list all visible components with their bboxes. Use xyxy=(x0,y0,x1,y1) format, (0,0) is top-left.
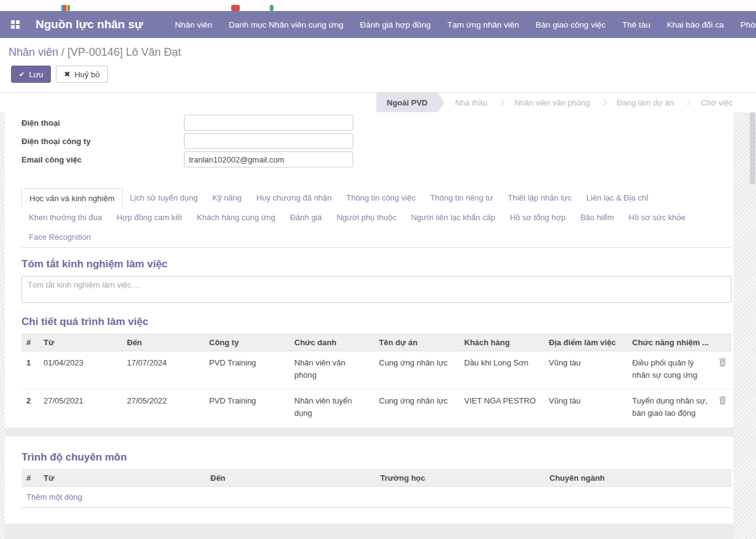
cell-to[interactable]: 17/07/2024 xyxy=(122,351,204,389)
apps-grid-icon[interactable] xyxy=(11,20,20,29)
cell-location[interactable]: Vũng tàu xyxy=(544,351,627,389)
menu-item-ban-giao-cong-viec[interactable]: Bàn giao công việc xyxy=(536,20,606,29)
app-title[interactable]: Nguồn lực nhân sự xyxy=(36,18,143,31)
cell-company[interactable]: PVD Training xyxy=(204,351,289,389)
sheet-divider xyxy=(5,524,733,539)
col-header-project: Tên dự án xyxy=(374,334,459,351)
col-header-to: Đến xyxy=(122,334,204,351)
table-row[interactable]: 2 27/05/2021 27/05/2022 PVD Training Nhâ… xyxy=(21,389,731,427)
cell-index: 1 xyxy=(21,351,39,389)
tab-danh-gia[interactable]: Đánh giá xyxy=(283,208,329,227)
col-header-customer: Khách hàng xyxy=(459,334,544,351)
chevron-right-icon xyxy=(684,99,690,105)
experience-summary-textarea[interactable] xyxy=(21,276,731,303)
cell-job-title[interactable]: Nhân viên tuyển dụng xyxy=(289,389,374,427)
cell-company[interactable]: PVD Training xyxy=(204,389,289,427)
tab-khach-hang-cung-ung[interactable]: Khách hàng cung ứng xyxy=(189,208,283,227)
cell-index: 2 xyxy=(21,389,39,427)
tab-hop-dong-cam-ket[interactable]: Hợp đồng cam kết xyxy=(109,208,189,227)
browser-tab-favicon xyxy=(61,5,70,11)
tab-nguoi-phu-thuoc[interactable]: Người phụ thuộc xyxy=(329,208,403,227)
cell-project[interactable]: Cung ứng nhân lực xyxy=(374,351,459,389)
cell-duty[interactable]: Điều phối quản lý nhân sự cung ứng xyxy=(627,351,713,389)
qualifications-table: # Từ Đến Trường học Chuyên ngành xyxy=(21,469,731,487)
status-step-cho-viec[interactable]: Chờ việc xyxy=(690,93,743,112)
cell-to[interactable]: 27/05/2022 xyxy=(122,389,204,427)
cell-job-title[interactable]: Nhân viên văn phòng xyxy=(289,351,374,389)
add-row-link-qualifications[interactable]: Thêm một dòng xyxy=(21,487,731,508)
cell-duty[interactable]: Tuyển dụng nhân sự, bàn giao lao động xyxy=(627,389,713,427)
trash-icon[interactable] xyxy=(713,389,731,427)
work-history-section-title: Chi tiết quá trình làm việc xyxy=(21,316,731,328)
breadcrumb-separator: / xyxy=(58,46,67,58)
menu-item-danh-muc-nhan-vien-cung-ung[interactable]: Danh mục Nhân viên cung ứng xyxy=(229,20,343,29)
sheet-divider xyxy=(5,427,733,437)
tab-ky-nang[interactable]: Kỹ năng xyxy=(205,188,249,208)
status-step-ngoai-pvd[interactable]: Ngoài PVD xyxy=(376,93,445,112)
tab-khen-thuong-thi-dua[interactable]: Khen thưởng thi đua xyxy=(21,208,109,227)
breadcrumb-current: [VP-00146] Lô Văn Đạt xyxy=(67,46,181,58)
tab-ho-so-tong-hop[interactable]: Hồ sơ tổng hợp xyxy=(503,208,573,227)
cell-customer[interactable]: VIET NGA PESTRO xyxy=(459,389,544,427)
close-icon: ✖ xyxy=(64,70,70,78)
col-header-to: Đến xyxy=(205,470,375,487)
menu-item-nhan-vien[interactable]: Nhân viên xyxy=(175,20,212,29)
col-header-school: Trường học xyxy=(375,470,544,487)
chevron-right-icon xyxy=(600,99,606,105)
cell-from[interactable]: 27/05/2021 xyxy=(39,389,122,427)
company-phone-input[interactable] xyxy=(184,133,353,149)
breadcrumb-link-employees[interactable]: Nhân viên xyxy=(9,46,58,58)
phone-input[interactable] xyxy=(184,115,353,131)
table-header-row: # Từ Đến Trường học Chuyên ngành xyxy=(21,470,731,487)
notebook-tabs: Học vấn và kinh nghiệm Lịch sử tuyển dụn… xyxy=(21,188,731,248)
phone-label: Điện thoại xyxy=(21,115,184,131)
col-header-actions xyxy=(713,334,731,351)
trash-icon[interactable] xyxy=(713,351,731,389)
statusbar: Ngoài PVD Nhà thầu Nhân viên văn phòng Đ… xyxy=(0,92,756,112)
tab-thong-tin-cong-viec[interactable]: Thông tin công việc xyxy=(339,188,423,208)
chevron-right-icon xyxy=(497,99,504,105)
save-button[interactable]: ✔Lưu xyxy=(11,66,51,83)
status-step-dang-lam-du-an[interactable]: Đang làm dự án xyxy=(606,93,684,112)
col-header-major: Chuyên ngành xyxy=(544,470,711,487)
browser-tab-strip xyxy=(0,0,756,11)
qualifications-sheet: Trình độ chuyên môn # Từ Đến Trường học … xyxy=(5,437,733,524)
tab-thiet-lap-nhan-luc[interactable]: Thiết lập nhân lực xyxy=(500,188,579,208)
table-row[interactable]: 1 01/04/2023 17/07/2024 PVD Training Nhâ… xyxy=(21,351,731,389)
tab-huy-chuong-da-nhan[interactable]: Huy chương đã nhận xyxy=(249,188,339,208)
main-menu: Nhân viên Danh mục Nhân viên cung ứng Đá… xyxy=(175,20,756,29)
status-step-nhan-vien-van-phong[interactable]: Nhân viên văn phòng xyxy=(504,93,600,112)
status-step-nha-thau[interactable]: Nhà thầu xyxy=(445,93,498,112)
col-header-index: # xyxy=(21,470,39,487)
col-header-index: # xyxy=(21,334,39,351)
work-email-label: Email công việc xyxy=(21,151,184,167)
menu-item-tam-ung-nhan-vien[interactable]: Tạm ứng nhân viên xyxy=(447,20,519,29)
browser-tab-favicon xyxy=(231,5,240,11)
menu-item-phong-ban[interactable]: Phòng/Ban xyxy=(741,20,756,29)
menu-item-khai-bao-doi-ca[interactable]: Khai báo đổi ca xyxy=(666,20,724,29)
breadcrumb: Nhân viên / [VP-00146] Lô Văn Đạt xyxy=(9,46,756,59)
cell-customer[interactable]: Dầu khi Long Sơn xyxy=(459,351,544,389)
cell-project[interactable]: Cung ứng nhân lực xyxy=(374,389,459,427)
cell-location[interactable]: Vũng tàu xyxy=(544,389,627,427)
menu-item-danh-gia-hop-dong[interactable]: Đánh giá hợp đồng xyxy=(360,20,430,29)
discard-button[interactable]: ✖Huỷ bỏ xyxy=(56,66,107,83)
tab-ho-so-suc-khoe[interactable]: Hồ sơ sức khỏe xyxy=(621,208,692,227)
tab-lich-su-tuyen-dung[interactable]: Lịch sử tuyển dụng xyxy=(123,188,205,208)
menu-item-the-tau[interactable]: Thẻ tàu xyxy=(622,20,651,29)
tab-hoc-van-va-kinh-nghiem[interactable]: Học vấn và kinh nghiệm xyxy=(21,188,123,208)
cell-from[interactable]: 01/04/2023 xyxy=(39,351,122,389)
table-header-row: # Từ Đến Công ty Chức danh Tên dự án Khá… xyxy=(21,334,731,351)
tab-lien-lac-dia-chi[interactable]: Liên lạc & Địa chỉ xyxy=(579,188,655,208)
tab-nguoi-lien-lac-khan-cap[interactable]: Người liên lạc khẩn cấp xyxy=(403,208,502,227)
tab-face-recognition[interactable]: Face Recognition xyxy=(21,227,98,247)
col-header-actions xyxy=(711,470,731,487)
tab-thong-tin-rieng-tu[interactable]: Thông tin riêng tư xyxy=(423,188,501,208)
col-header-job-title: Chức danh xyxy=(289,334,374,351)
col-header-location: Địa điểm làm việc xyxy=(544,334,627,351)
work-email-input[interactable] xyxy=(184,151,353,167)
control-panel: Nhân viên / [VP-00146] Lô Văn Đạt ✔Lưu ✖… xyxy=(0,38,756,92)
tab-bao-hiem[interactable]: Bảo hiểm xyxy=(573,208,621,227)
check-icon: ✔ xyxy=(19,71,25,78)
scrollbar-thumb[interactable] xyxy=(750,112,755,185)
